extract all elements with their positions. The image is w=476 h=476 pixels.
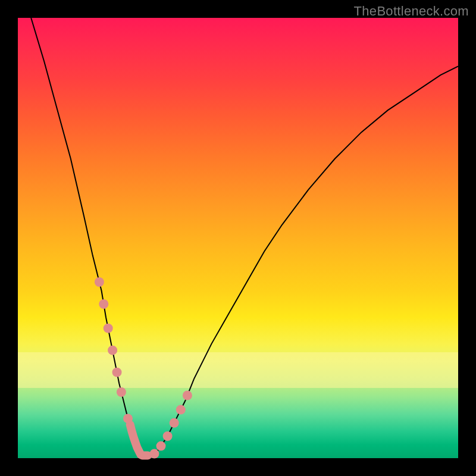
curve-layer: [18, 18, 458, 458]
data-dot: [163, 431, 173, 441]
data-dot: [123, 414, 133, 423]
data-dot: [117, 387, 126, 397]
dots-left-cluster: [95, 277, 133, 423]
data-dot: [104, 324, 113, 333]
plot-area: [18, 18, 458, 458]
data-dot: [99, 299, 108, 309]
data-dot: [149, 449, 159, 459]
data-dot: [156, 441, 166, 451]
data-dot: [170, 418, 179, 428]
data-dot: [95, 277, 104, 287]
data-dot: [183, 391, 192, 400]
data-dot: [176, 405, 186, 415]
data-dot: [112, 368, 122, 377]
data-dot: [108, 346, 117, 355]
valley-hump: [130, 425, 148, 456]
watermark-text: TheBottleneck.com: [354, 4, 469, 19]
chart-frame: TheBottleneck.com: [0, 0, 476, 476]
bottleneck-curve: [31, 18, 458, 458]
